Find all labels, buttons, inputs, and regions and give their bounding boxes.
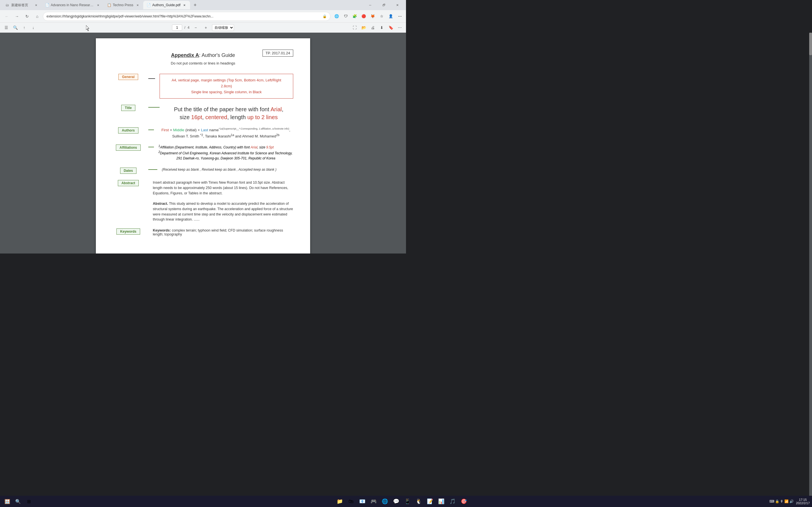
general-text-line2: Single line spacing, Single column, in B… <box>165 89 287 95</box>
date-stamp: TP. 2017.01.24 <box>262 50 293 57</box>
dates-connector <box>148 169 157 170</box>
affil-arial: Arial <box>251 145 257 149</box>
section-abstract: Abstract Insert abstract paragraph here … <box>113 180 293 222</box>
tab3-icon: 📋 <box>107 3 111 7</box>
close-button[interactable]: ✕ <box>391 1 404 9</box>
title-size-text: size <box>180 114 191 120</box>
page-separator: / <box>185 25 185 30</box>
back-button[interactable]: ← <box>2 12 11 21</box>
security-icon: 🔒 <box>322 14 327 18</box>
new-tab-button[interactable]: + <box>191 1 199 9</box>
browser-frame: 🗂 新建标签页 ✕ 📄 Advances in Nano Research_百 … <box>0 0 406 253</box>
abstract-content: Insert abstract paragraph here with Time… <box>153 180 293 222</box>
tab3-close[interactable]: ✕ <box>135 3 140 7</box>
keywords-label-container: Keywords <box>113 228 144 235</box>
find-button[interactable]: 🔍 <box>11 24 19 32</box>
author-initial-text: (initial) + <box>186 128 201 132</box>
section-dates: Dates (Received keep as blank , Revised … <box>113 168 293 174</box>
affiliations-label-container: Affiliations <box>113 145 144 151</box>
menu-icon[interactable]: ⋯ <box>396 12 404 20</box>
document-subtitle: Do not put contents or lines in headings <box>113 61 293 65</box>
extensions-icon[interactable]: 🌐 <box>333 12 341 20</box>
bookmark-button[interactable]: 🔖 <box>387 24 395 32</box>
addon-icon[interactable]: 🦊 <box>369 12 377 20</box>
keywords-badge: Keywords <box>116 228 140 235</box>
more-tools-button[interactable]: ⋯ <box>396 24 404 32</box>
home-button[interactable]: ⌂ <box>33 12 42 21</box>
address-bar[interactable]: extension://hfangjnbgidgkankmioiehhmgbgi… <box>43 12 331 21</box>
stop-icon[interactable]: 🔴 <box>360 12 368 20</box>
tab-new[interactable]: 🗂 新建标签页 ✕ <box>2 1 42 9</box>
presentation-mode-button[interactable]: ⛶ <box>351 24 359 32</box>
author-plus1: + <box>170 128 173 132</box>
profile-icon[interactable]: 👤 <box>387 12 395 20</box>
pdf-toolbar: ☰ 🔍 ↑ ↓ / 4 − + 自动缩放 ⛶ 📂 🖨 ⬇ 🔖 ⋯ <box>0 22 406 33</box>
zoom-out-button[interactable]: − <box>192 24 200 32</box>
pdf-viewer: TP. 2017.01.24 Appendix A: Author's Guid… <box>0 33 406 253</box>
title-arial: Arial <box>270 106 282 112</box>
abstract-instruction: Insert abstract paragraph here with Time… <box>153 180 288 195</box>
scroll-up-button[interactable]: ↑ <box>20 24 28 32</box>
title-section-content: Put the title of the paper here with fon… <box>164 105 293 121</box>
tab1-close[interactable]: ✕ <box>34 3 38 7</box>
window-controls: ─ 🗗 ✕ <box>364 1 404 9</box>
author-last: Last <box>201 128 208 132</box>
tab4-close[interactable]: ✕ <box>182 3 187 7</box>
browser-toolbar: 🌐 🛡 🧩 🔴 🦊 ☆ 👤 ⋯ <box>333 12 404 20</box>
authors-line1: First + Middle (initial) + Last name*1a(… <box>158 127 293 132</box>
title-comma: , <box>282 106 283 112</box>
bookmark-add-icon[interactable]: ☆ <box>378 12 386 20</box>
title-bar: 🗂 新建标签页 ✕ 📄 Advances in Nano Research_百 … <box>0 0 406 10</box>
nav-bar: ← → ↻ ⌂ extension://hfangjnbgidgkankmioi… <box>0 10 406 22</box>
tab4-icon: 📄 <box>147 3 151 7</box>
affil-line3: 291 Daehak-ro, Yuseong-gu, Daejeon 305-7… <box>158 156 293 160</box>
open-file-button[interactable]: 📂 <box>360 24 368 32</box>
forward-button[interactable]: → <box>12 12 21 21</box>
maximize-button[interactable]: 🗗 <box>377 1 390 9</box>
tab-authors-guide[interactable]: 📄 Authors_Guide.pdf ✕ <box>143 1 190 9</box>
section-general: General A4, vertical page, margin settin… <box>113 74 293 99</box>
affiliations-badge: Affiliations <box>116 145 141 151</box>
zoom-in-button[interactable]: + <box>202 24 210 32</box>
zoom-select[interactable]: 自动缩放 <box>212 24 234 31</box>
affil-dept: Department of Civil Engineering, Korean … <box>160 151 293 155</box>
tab-advances[interactable]: 📄 Advances in Nano Research_百 ✕ <box>42 1 104 9</box>
author-comma: , <box>289 128 290 132</box>
tab4-label: Authors_Guide.pdf <box>152 3 181 7</box>
affil-size: 9.5pt <box>266 145 274 149</box>
authors-connector <box>148 129 154 130</box>
affiliations-connector <box>148 147 154 147</box>
tab2-close[interactable]: ✕ <box>96 3 100 7</box>
author-name-text: name <box>209 128 219 132</box>
puzzle-icon[interactable]: 🧩 <box>351 12 359 20</box>
shield-icon[interactable]: 🛡 <box>342 12 350 20</box>
tab2-icon: 📄 <box>45 3 49 7</box>
pdf-toolbar-left: ☰ 🔍 ↑ ↓ <box>2 24 37 32</box>
general-text-line1: A4, vertical page, margin settings (Top … <box>165 77 287 89</box>
affil-address: 291 Daehak-ro, Yuseong-gu, Daejeon 305-7… <box>176 156 275 160</box>
tab-techno[interactable]: 📋 Techno Press ✕ <box>104 1 143 9</box>
scroll-down-button[interactable]: ↓ <box>29 24 37 32</box>
title-lines: up to 2 lines <box>247 114 278 120</box>
abstract-example-text: This study aimed to develop a model to a… <box>153 202 293 221</box>
abstract-label-container: Abstract <box>113 180 144 186</box>
toggle-sidebar-button[interactable]: ☰ <box>2 24 10 32</box>
title-badge: Title <box>121 105 135 111</box>
section-affiliations: Affiliations 1Affiliation (Department, I… <box>113 145 293 161</box>
minimize-button[interactable]: ─ <box>364 1 377 9</box>
pdf-toolbar-right: ⛶ 📂 🖨 ⬇ 🔖 ⋯ <box>351 24 404 32</box>
print-button[interactable]: 🖨 <box>369 24 377 32</box>
ikarashi-super: 1a <box>231 133 234 136</box>
authors-label-container: Authors <box>113 127 144 133</box>
download-button[interactable]: ⬇ <box>378 24 386 32</box>
appendix-label: Appendix A <box>171 52 199 58</box>
page-total: 4 <box>188 25 190 30</box>
authors-line2: Sullivan T. Smith *2, Tanaka Ikarashi1a … <box>158 133 293 138</box>
reload-button[interactable]: ↻ <box>22 12 32 21</box>
tab1-label: 新建标签页 <box>11 3 32 8</box>
keywords-values: complex terrain; typhoon wind field; CFD… <box>153 228 283 236</box>
title-connector <box>148 107 160 108</box>
section-authors: Authors First + Middle (initial) + Last … <box>113 127 293 138</box>
page-number-input[interactable] <box>172 24 182 31</box>
general-label-container: General <box>113 74 144 80</box>
